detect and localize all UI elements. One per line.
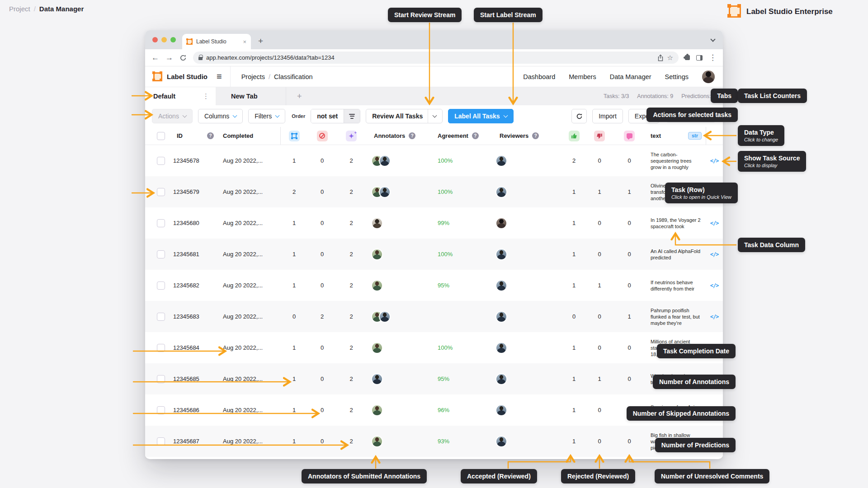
nav-members[interactable]: Members (569, 73, 596, 80)
column-annotators[interactable]: Annotators ? (366, 132, 434, 139)
share-icon[interactable] (657, 54, 664, 61)
window-controls[interactable] (152, 37, 176, 42)
checkbox-icon[interactable] (157, 132, 165, 140)
table-row[interactable]: 12345683Aug 20 2022,...022001Pahrump poo… (145, 301, 723, 332)
checkbox-icon[interactable] (157, 344, 165, 352)
checkbox-icon[interactable] (157, 250, 165, 258)
sort-direction-icon[interactable] (344, 109, 360, 123)
help-icon[interactable]: ? (207, 132, 214, 139)
column-reviewers[interactable]: Reviewers ? (492, 132, 563, 139)
columns-button[interactable]: Columns (198, 109, 243, 123)
table-row[interactable]: 12345681Aug 20 2022,...102100%100An AI c… (145, 239, 723, 270)
checkbox-icon[interactable] (157, 437, 165, 446)
row-checkbox[interactable] (145, 157, 170, 165)
column-completed[interactable]: Completed (219, 127, 281, 145)
row-checkbox[interactable] (145, 437, 170, 446)
checkbox-icon[interactable] (157, 406, 165, 414)
browser-menu-icon[interactable]: ⋮ (709, 53, 717, 62)
task-source-icon[interactable]: </> (706, 314, 723, 320)
nav-data-manager[interactable]: Data Manager (610, 73, 651, 80)
nav-settings[interactable]: Settings (665, 73, 689, 80)
projects-link[interactable]: Projects (241, 73, 265, 80)
row-checkbox[interactable] (145, 375, 170, 383)
agreement-value: 100% (434, 157, 492, 164)
table-row[interactable]: 12345684Aug 20 2022,...102100%100Million… (145, 332, 723, 363)
task-source-icon[interactable]: </> (706, 220, 723, 226)
address-bar[interactable]: app.heartex.com/projects/123456/data?tab… (193, 52, 679, 64)
column-predictions[interactable]: ✦ (337, 131, 366, 141)
row-checkbox[interactable] (145, 250, 170, 258)
tab-menu-icon[interactable]: ⋮ (203, 92, 209, 100)
checkbox-icon[interactable] (157, 157, 165, 165)
checkbox-icon[interactable] (157, 188, 165, 196)
task-source-icon[interactable]: </> (706, 282, 723, 289)
checkbox-icon[interactable] (157, 282, 165, 290)
hamburger-menu-icon[interactable]: ≡ (217, 71, 222, 82)
order-control[interactable]: not set (311, 109, 360, 123)
refresh-button[interactable] (571, 109, 587, 123)
close-tab-icon[interactable]: × (243, 38, 246, 45)
agreement-value: 100% (434, 251, 492, 258)
maximize-window-icon[interactable] (170, 37, 176, 42)
sidebar-icon[interactable] (696, 55, 703, 61)
chevron-down-icon[interactable] (710, 37, 715, 42)
close-window-icon[interactable] (152, 37, 158, 42)
column-annotations-count[interactable] (281, 131, 307, 141)
column-accepted[interactable] (563, 131, 585, 141)
checkbox-icon[interactable] (157, 375, 165, 383)
column-id[interactable]: ID ? (170, 132, 219, 139)
help-icon[interactable]: ? (532, 132, 539, 139)
column-comments[interactable] (614, 131, 644, 141)
checkbox-icon[interactable] (157, 313, 165, 321)
table-row[interactable]: 12345682Aug 20 2022,...10295%110If neutr… (145, 270, 723, 301)
tab-new-tab[interactable]: New Tab (216, 87, 286, 105)
forward-icon[interactable]: → (165, 54, 173, 61)
column-skipped-annotations[interactable] (307, 131, 337, 141)
label-all-tasks-button[interactable]: Label All Tasks (448, 109, 513, 123)
filters-button[interactable]: Filters (248, 109, 285, 123)
accepted-count: 0 (563, 313, 585, 320)
row-checkbox[interactable] (145, 406, 170, 414)
app-brand[interactable]: Label Studio (153, 72, 208, 81)
url-text[interactable]: app.heartex.com/projects/123456/data?tab… (206, 54, 654, 61)
table-row[interactable]: 12345685Aug 20 2022,...10295%110Woodpeck… (145, 363, 723, 394)
chevron-down-icon[interactable] (503, 113, 508, 117)
predictions-count: 2 (337, 438, 366, 445)
row-checkbox[interactable] (145, 219, 170, 227)
row-checkbox[interactable] (145, 282, 170, 290)
row-checkbox[interactable] (145, 313, 170, 321)
minimize-window-icon[interactable] (161, 37, 167, 42)
add-view-tab-button[interactable]: + (297, 92, 302, 101)
select-all-checkbox[interactable] (145, 132, 170, 140)
column-agreement[interactable]: Agreement ? (434, 132, 492, 139)
actions-button[interactable]: Actions (152, 109, 193, 123)
table-row[interactable]: 12345679Aug 20 2022,...202100%111Olivine… (145, 176, 723, 207)
order-value[interactable]: not set (311, 109, 344, 123)
import-button[interactable]: Import (592, 109, 623, 123)
help-icon[interactable]: ? (472, 132, 479, 139)
bookmark-star-icon[interactable]: ☆ (667, 54, 673, 62)
back-icon[interactable]: ← (151, 54, 159, 61)
new-tab-button[interactable]: + (258, 36, 263, 46)
browser-tab[interactable]: Label Studio × (182, 34, 251, 49)
review-all-tasks-button[interactable]: Review All Tasks (366, 109, 443, 123)
data-type-badge[interactable]: str (688, 132, 702, 140)
breadcrumb-parent[interactable]: Project (9, 5, 30, 13)
help-icon[interactable]: ? (409, 132, 415, 139)
task-source-icon[interactable]: </> (706, 251, 723, 258)
tab-default[interactable]: Default ⋮ (145, 87, 216, 105)
column-text[interactable]: text str (644, 132, 706, 140)
row-checkbox[interactable] (145, 344, 170, 352)
task-source-icon[interactable]: </> (706, 158, 723, 164)
table-row[interactable]: 12345680Aug 20 2022,...10299%100In 1989,… (145, 207, 723, 239)
table-row[interactable]: 12345687Aug 20 2022,...10293%100Big fish… (145, 426, 723, 457)
checkbox-icon[interactable] (157, 219, 165, 227)
chevron-down-icon[interactable] (433, 113, 437, 117)
nav-dashboard[interactable]: Dashboard (523, 73, 555, 80)
table-row[interactable]: 12345678Aug 20 2022,...102100%200The car… (145, 145, 723, 176)
row-checkbox[interactable] (145, 188, 170, 196)
user-avatar[interactable] (702, 70, 715, 83)
extensions-icon[interactable] (685, 55, 690, 60)
reload-icon[interactable] (179, 54, 187, 61)
column-rejected[interactable] (585, 131, 614, 141)
